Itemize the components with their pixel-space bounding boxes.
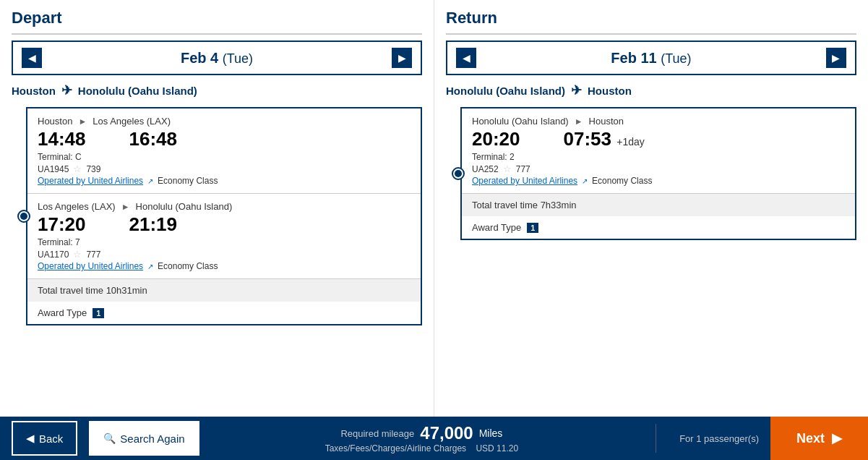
arrow-icon-1: ►: [78, 116, 87, 127]
depart-title: Depart: [12, 9, 422, 27]
return-total-travel: Total travel time 7h33min: [462, 194, 855, 216]
seg2-info: UA1170 ☆ 777: [38, 249, 411, 260]
next-label: Next: [796, 431, 825, 446]
depart-route: Houston ✈ Honolulu (Oahu Island): [12, 82, 422, 98]
seg1-star-icon: ☆: [73, 163, 82, 174]
depart-radio[interactable]: [17, 210, 30, 223]
depart-segment-1: Houston ► Los Angeles (LAX) 14:48 16:48 …: [27, 108, 421, 194]
return-award-label: Award Type: [472, 222, 521, 233]
ret-arrive-time-val: 07:53: [564, 128, 612, 150]
search-again-button[interactable]: 🔍 Search Again: [89, 421, 199, 456]
return-date: Feb 11 (Tue): [611, 50, 691, 67]
mileage-label: Required mileage: [340, 428, 414, 439]
return-prev-button[interactable]: ◀: [456, 48, 476, 68]
ret-seg1-star-icon: ☆: [503, 163, 512, 174]
seg2-times: 17:20 21:19: [38, 213, 411, 236]
seg1-to: Los Angeles (LAX): [93, 116, 171, 127]
seg1-arrive-time: 16:48: [129, 128, 178, 150]
seg1-times: 14:48 16:48: [38, 128, 411, 150]
search-icon: 🔍: [103, 433, 116, 444]
depart-award-type: Award Type 1: [27, 302, 421, 324]
footer: ◀ Back 🔍 Search Again Required mileage 4…: [0, 417, 868, 460]
seg1-class: Economy Class: [158, 176, 218, 186]
depart-panel: Depart ◀ Feb 4 (Tue) ▶ Houston ✈ Honolul…: [0, 0, 434, 417]
seg2-flight-num: UA1170: [38, 250, 69, 260]
segment-2-route: Los Angeles (LAX) ► Honolulu (Oahu Islan…: [38, 201, 411, 212]
ret-plus-day: +1day: [616, 136, 645, 148]
ret-seg1-operated-link[interactable]: Operated by United Airlines: [472, 176, 577, 186]
seg2-from: Los Angeles (LAX): [38, 201, 116, 212]
depart-award-badge: 1: [93, 308, 104, 318]
seg2-operated: Operated by United Airlines ↗ Economy Cl…: [38, 261, 411, 271]
return-flight-card[interactable]: Honolulu (Oahu Island) ► Houston 20:20 0…: [460, 107, 856, 240]
search-again-label: Search Again: [120, 433, 184, 445]
seg2-to: Honolulu (Oahu Island): [136, 201, 233, 212]
depart-origin: Houston: [12, 85, 56, 97]
seg1-operated-link[interactable]: Operated by United Airlines: [38, 176, 143, 186]
ret-seg1-class: Economy Class: [592, 176, 652, 186]
ret-seg1-arrive-time: 07:53 +1day: [564, 128, 645, 150]
return-route: Honolulu (Oahu Island) ✈ Houston: [446, 82, 856, 98]
seg1-aircraft: 739: [86, 164, 100, 174]
ret-seg1-aircraft: 777: [516, 164, 530, 174]
tax-label: Taxes/Fees/Charges/Airline Charges: [325, 443, 466, 453]
tax-row: Taxes/Fees/Charges/Airline Charges USD 1…: [214, 443, 630, 453]
seg1-terminal: Terminal: C: [38, 152, 411, 162]
ret-arrow-icon-1: ►: [575, 116, 583, 127]
ret-external-icon: ↗: [582, 177, 588, 185]
mileage-row: Required mileage 47,000 Miles: [214, 423, 630, 443]
return-destination: Houston: [588, 85, 632, 97]
depart-segment-2: Los Angeles (LAX) ► Honolulu (Oahu Islan…: [27, 194, 421, 279]
return-title: Return: [446, 9, 856, 27]
seg2-class: Economy Class: [158, 261, 218, 271]
depart-day-text: (Tue): [223, 51, 253, 66]
return-award-type: Award Type 1: [462, 216, 855, 239]
return-seg1-route: Honolulu (Oahu Island) ► Houston: [472, 116, 845, 127]
seg1-info: UA1945 ☆ 739: [38, 163, 411, 174]
plane-icon: ✈: [61, 82, 72, 98]
return-date-text: Feb 11: [611, 50, 656, 66]
back-arrow-icon: ◀: [26, 432, 35, 445]
return-date-nav: ◀ Feb 11 (Tue) ▶: [446, 41, 856, 75]
depart-destination: Honolulu (Oahu Island): [78, 85, 197, 97]
depart-next-button[interactable]: ▶: [392, 48, 412, 68]
ret-seg1-to: Houston: [589, 116, 624, 127]
passenger-info: For 1 passenger(s): [668, 433, 770, 444]
depart-date-text: Feb 4: [181, 50, 218, 66]
return-award-badge: 1: [527, 223, 538, 233]
seg1-depart-time: 14:48: [38, 128, 86, 150]
seg1-from: Houston: [38, 116, 72, 127]
footer-divider: [656, 424, 656, 453]
seg2-aircraft: 777: [86, 250, 100, 260]
depart-prev-button[interactable]: ◀: [22, 48, 42, 68]
back-button[interactable]: ◀ Back: [12, 421, 77, 456]
ret-seg1-from: Honolulu (Oahu Island): [472, 116, 569, 127]
seg2-operated-link[interactable]: Operated by United Airlines: [38, 261, 143, 271]
ret-seg1-terminal: Terminal: 2: [472, 152, 845, 162]
depart-award-label: Award Type: [38, 307, 87, 318]
ret-seg1-depart-time: 20:20: [472, 128, 520, 150]
ret-seg1-operated: Operated by United Airlines ↗ Economy Cl…: [472, 176, 845, 186]
next-button[interactable]: Next ▶: [770, 417, 868, 460]
ret-seg1-flight-num: UA252: [472, 164, 499, 174]
external-icon-2: ↗: [147, 263, 153, 271]
seg1-flight-num: UA1945: [38, 164, 69, 174]
back-label: Back: [39, 433, 63, 445]
seg2-depart-time: 17:20: [38, 213, 86, 236]
depart-date: Feb 4 (Tue): [181, 50, 253, 67]
return-segment-1: Honolulu (Oahu Island) ► Houston 20:20 0…: [462, 108, 855, 194]
seg1-operated: Operated by United Airlines ↗ Economy Cl…: [38, 176, 411, 186]
depart-flight-card[interactable]: Houston ► Los Angeles (LAX) 14:48 16:48 …: [26, 107, 422, 325]
seg2-star-icon: ☆: [73, 249, 82, 260]
depart-total-travel: Total travel time 10h31min: [27, 279, 421, 302]
seg2-terminal: Terminal: 7: [38, 237, 411, 247]
tax-amount: USD 11.20: [476, 443, 518, 453]
footer-mileage-section: Required mileage 47,000 Miles Taxes/Fees…: [199, 423, 645, 453]
depart-date-nav: ◀ Feb 4 (Tue) ▶: [12, 41, 422, 75]
segment-1-route: Houston ► Los Angeles (LAX): [38, 116, 411, 127]
return-next-button[interactable]: ▶: [826, 48, 846, 68]
ret-seg1-times: 20:20 07:53 +1day: [472, 128, 845, 150]
next-arrow-icon: ▶: [832, 430, 842, 446]
return-plane-icon: ✈: [571, 82, 582, 98]
return-radio[interactable]: [452, 167, 465, 180]
